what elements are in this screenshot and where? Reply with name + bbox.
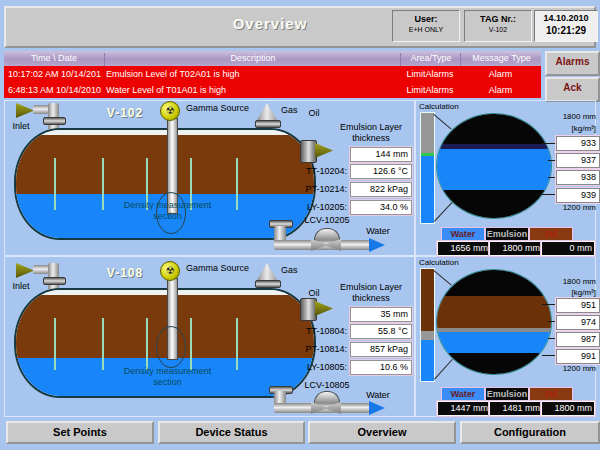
col-area-type: Area/Type	[400, 53, 461, 66]
col-description: Description	[104, 53, 401, 66]
alarm-row[interactable]: 6:48:13 AM 10/14/2010 Water Level of T01…	[4, 82, 541, 98]
emulsion-level-value: 1800 mm	[489, 241, 543, 256]
thickness-value: 35 mm	[350, 307, 412, 322]
density-section-label: section	[105, 377, 230, 388]
alarm-row[interactable]: 10:17:02 AM 10/14/201 Emulsion Level of …	[4, 66, 541, 82]
field-label: PT-10214:	[292, 184, 347, 195]
col-time-date: Time \ Date	[4, 53, 104, 63]
page-title: Overview	[170, 15, 370, 32]
density-value: 991	[556, 349, 600, 364]
field-value: 126.6 °C	[350, 164, 412, 179]
configuration-button[interactable]: Configuration	[460, 421, 600, 444]
gamma-source-label: Gamma Source	[186, 263, 266, 274]
inlet-flange	[43, 277, 66, 285]
gas-flange	[255, 280, 281, 288]
field-value: 857 kPag	[350, 342, 412, 357]
oil-label: Oil	[302, 108, 326, 119]
alarm-description: Water Level of T01A01 is high	[106, 85, 226, 95]
thickness-label: thickness	[330, 133, 412, 144]
oil-outlet-flange	[300, 298, 317, 321]
alarm-time: 6:48:13 AM 10/14/2010	[8, 85, 101, 95]
gamma-source-icon: ☢	[160, 261, 180, 281]
alarm-type: Alarm	[460, 69, 541, 79]
overview-button[interactable]: Overview	[308, 421, 456, 444]
density-section-label: Density measurement	[105, 366, 230, 377]
field-value: 10.6 %	[350, 360, 412, 375]
legend-oil: Oil	[529, 387, 573, 401]
water-level-value: 1447 mm	[437, 401, 491, 416]
density-value: 951	[556, 298, 600, 313]
alarm-type: Alarm	[460, 85, 541, 95]
level-tick	[102, 158, 104, 210]
tag-label: TAG Nr.:	[465, 14, 531, 24]
bar-water-segment	[421, 340, 434, 381]
legend-emulsion: Emulsion	[485, 387, 529, 401]
oil-level-value: 1800 mm	[541, 401, 595, 416]
density-unit-label: [kg/m³]	[538, 124, 596, 134]
density-value: 938	[556, 170, 600, 185]
thickness-value: 144 mm	[350, 147, 412, 162]
bar-water-segment	[421, 156, 434, 223]
level-tick	[190, 318, 192, 370]
density-value: 974	[556, 315, 600, 330]
density-circle	[436, 113, 552, 219]
inlet-label: Inlet	[6, 281, 36, 292]
level-tick	[236, 158, 238, 210]
level-tick	[102, 318, 104, 370]
level-tick	[146, 318, 148, 370]
tank-name: V-102	[90, 106, 160, 120]
calculation-label: Calculation	[419, 102, 479, 112]
datetime-box: 14.10.2010 10:21:29	[534, 10, 598, 42]
user-label: User:	[393, 14, 459, 24]
oil-level-value: 0 mm	[541, 241, 595, 256]
water-level-value: 1656 mm	[437, 241, 491, 256]
legend-emulsion: Emulsion	[485, 227, 529, 241]
inlet-flange	[43, 117, 66, 125]
field-label: LY-10805:	[292, 362, 347, 373]
water-label: Water	[356, 390, 400, 401]
density-section-label: section	[105, 211, 230, 222]
legend-oil: Oil	[529, 227, 573, 241]
tank-name: V-108	[90, 266, 160, 280]
water-label: Water	[356, 226, 400, 237]
scale-bottom-label: 1200 mm	[538, 364, 596, 374]
gamma-source-label: Gamma Source	[186, 103, 266, 114]
circle-oil-band	[437, 296, 551, 328]
density-value: 933	[556, 136, 600, 151]
tag-box: TAG Nr.: V-102	[464, 10, 532, 42]
thickness-label: Emulsion Layer	[330, 122, 412, 133]
level-tick	[54, 158, 56, 210]
emulsion-level-value: 1481 mm	[489, 401, 543, 416]
density-circle	[436, 269, 552, 375]
oil-outlet-flange	[300, 140, 317, 163]
device-status-button[interactable]: Device Status	[158, 421, 305, 444]
hmi-screen: Overview User: E+H ONLY TAG Nr.: V-102 1…	[0, 0, 600, 450]
field-label: TT-10804:	[292, 326, 347, 337]
scale-top-label: 1800 mm	[538, 277, 596, 287]
field-label: PT-10814:	[292, 344, 347, 355]
density-value: 987	[556, 332, 600, 347]
density-section-label: Density measurement	[105, 200, 230, 211]
lcv-valve-label: LCV-10205	[294, 215, 360, 226]
calculation-bar	[420, 112, 435, 224]
level-tick	[236, 318, 238, 370]
circle-water-band	[437, 149, 551, 190]
thickness-label: thickness	[330, 293, 412, 304]
gamma-source-icon: ☢	[160, 101, 180, 121]
time-value: 10:21:29	[535, 25, 597, 36]
field-value: 822 kPag	[350, 182, 412, 197]
alarm-description: Emulsion Level of T02A01 is high	[106, 69, 239, 79]
legend-water: Water	[441, 227, 485, 241]
field-label: TT-10204:	[292, 166, 347, 177]
tag-value: V-102	[465, 26, 531, 33]
field-value: 55.8 °C	[350, 324, 412, 339]
calculation-label: Calculation	[419, 258, 479, 268]
setpoints-button[interactable]: Set Points	[6, 421, 154, 444]
inlet-label: Inlet	[6, 121, 36, 132]
field-label: LY-10205:	[292, 202, 347, 213]
calculation-bar	[420, 268, 435, 382]
alarms-button[interactable]: Alarms	[545, 51, 600, 76]
ack-button[interactable]: Ack	[545, 77, 600, 102]
density-section-ellipse	[156, 326, 186, 368]
date-value: 14.10.2010	[535, 13, 597, 23]
